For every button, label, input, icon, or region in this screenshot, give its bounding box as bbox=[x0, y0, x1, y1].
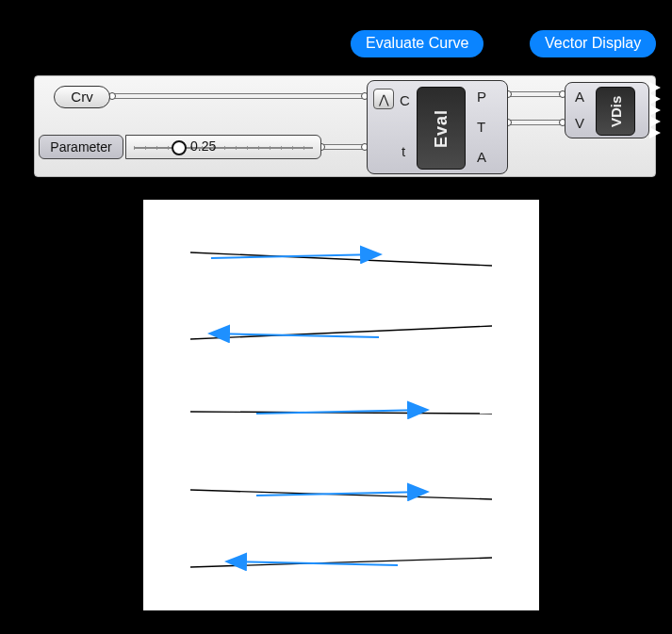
output-a-label: A bbox=[477, 149, 486, 165]
output-p-label: P bbox=[477, 89, 486, 105]
viewport-preview bbox=[143, 200, 539, 610]
wire-crv-to-c bbox=[110, 93, 367, 99]
vdis-name: VDis bbox=[596, 87, 635, 136]
input-t-label: t bbox=[402, 143, 405, 159]
eval-name: Eval bbox=[417, 87, 466, 170]
vector-display-component[interactable]: A V VDis bbox=[565, 82, 649, 138]
reparam-icon[interactable]: ⋀ bbox=[373, 89, 394, 109]
output-t-label: T bbox=[477, 119, 485, 135]
gh-canvas-strip: Crv Parameter 0.25 ⋀ C t Eval P T A A V … bbox=[34, 75, 656, 177]
eval-label-pill: Evaluate Curve bbox=[351, 30, 484, 57]
slider-track bbox=[134, 147, 313, 149]
viewport-svg bbox=[143, 200, 539, 610]
evaluate-curve-component[interactable]: ⋀ C t Eval P T A bbox=[367, 80, 508, 174]
input-c-label: C bbox=[400, 92, 410, 108]
wire-param-to-t bbox=[321, 144, 367, 150]
slider-value-text: 0.25 bbox=[190, 138, 216, 154]
parameter-tag[interactable]: Parameter bbox=[39, 135, 123, 159]
wire-p-to-a bbox=[508, 91, 565, 97]
wire-t-to-v bbox=[508, 120, 565, 125]
input-a-label: A bbox=[575, 89, 584, 105]
vdis-label-pill: Vector Display bbox=[530, 30, 656, 57]
crv-param[interactable]: Crv bbox=[54, 86, 110, 108]
parameter-slider[interactable]: 0.25 bbox=[125, 135, 321, 159]
slider-knob[interactable] bbox=[172, 140, 187, 155]
input-v-label: V bbox=[575, 115, 584, 131]
vdis-grip-icon[interactable] bbox=[649, 82, 661, 138]
